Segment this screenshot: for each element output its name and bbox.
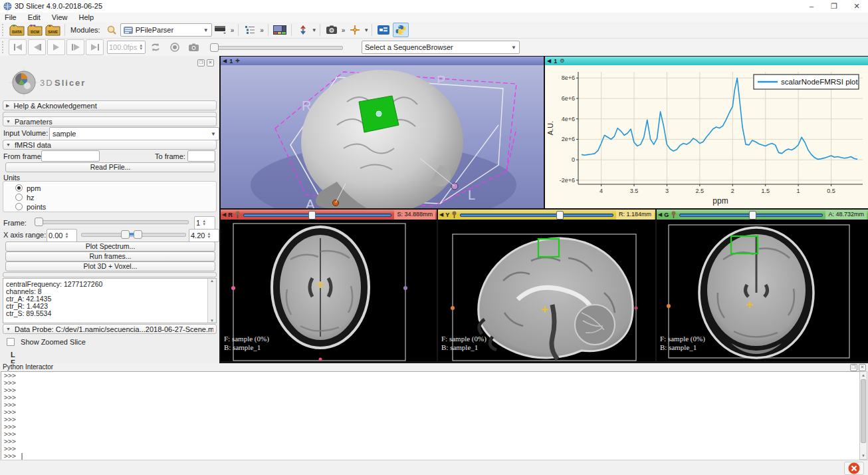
plot-3d-voxel-button[interactable]: Plot 3D + Voxel... (5, 261, 215, 271)
from-frame-input[interactable] (41, 150, 100, 162)
toolbar-overflow[interactable]: » (342, 27, 346, 34)
menu-file[interactable]: File (0, 13, 21, 22)
extensions-manager-button[interactable] (376, 23, 391, 37)
python-interactor-header[interactable]: Python Interactor ❐ ✕ (0, 363, 868, 371)
crosshair-icon[interactable]: ✚ (235, 58, 240, 64)
radio-ppm-icon[interactable] (15, 184, 23, 192)
close-button[interactable]: ✕ (845, 0, 868, 13)
pin-icon[interactable]: ⚙ (560, 58, 564, 64)
mouse-mode-button[interactable] (295, 23, 311, 37)
radio-points-icon[interactable] (15, 203, 23, 210)
spin-arrows-icon[interactable]: ▲▼ (139, 44, 143, 51)
xaxis-max-spinbox[interactable]: 4.20 ▲▼ (189, 229, 219, 242)
scroll-up-icon[interactable]: ▲ (860, 372, 867, 379)
load-dicom-button[interactable]: DCM (27, 23, 43, 37)
play-button[interactable] (47, 39, 65, 55)
layout-selector-button[interactable] (272, 23, 288, 37)
textarea-scrollbar[interactable]: ▲ ▼ (207, 279, 216, 323)
slice-viewport-red[interactable]: F: sample (0%)B: sample_1 (221, 220, 437, 361)
spin-arrows-icon[interactable]: ▲▼ (64, 232, 68, 239)
collapse-arrow-icon[interactable]: ◀ (547, 58, 551, 64)
sequence-slider-handle[interactable] (210, 43, 219, 52)
slice-offset-slider[interactable] (243, 212, 392, 218)
range-min-handle[interactable] (121, 230, 130, 239)
first-frame-button[interactable] (9, 39, 27, 55)
error-log-button[interactable] (844, 462, 864, 475)
toolbar-grip[interactable] (2, 24, 6, 36)
input-volume-combobox[interactable]: sample ▼ (49, 127, 219, 140)
scroll-up-icon[interactable]: ▲ (208, 279, 216, 283)
plot-spectrum-button[interactable]: Plot Spectrum... (5, 241, 215, 251)
module-search-icon[interactable] (104, 23, 120, 37)
scroll-down-icon[interactable]: ▼ (208, 319, 216, 323)
show-zoomed-slice-checkbox[interactable]: Show Zoomed Slice (7, 338, 86, 346)
range-max-handle[interactable] (134, 230, 142, 239)
chevron-down-icon[interactable]: ▼ (312, 27, 317, 33)
module-selector-combobox[interactable]: PFileParser ▼ (120, 23, 212, 37)
read-pfile-button[interactable]: Read PFile... (5, 162, 215, 172)
radio-ppm[interactable]: ppm (3, 182, 216, 192)
fps-spinbox[interactable]: 100.0fps ▲▼ (107, 41, 146, 54)
pin-icon[interactable] (451, 211, 457, 218)
metadata-textarea[interactable]: centralFrequency: 1277127260channels: 8c… (3, 278, 217, 323)
restore-button[interactable]: ❐ (823, 0, 845, 13)
help-acknowledgement-section[interactable]: ▶ Help & Acknowledgement (3, 100, 217, 110)
title-bar[interactable]: 3D Slicer 4.9.0-2018-06-25 – ❐ ✕ (0, 0, 868, 13)
threed-view[interactable]: ◀ 1 ✚ (221, 57, 544, 208)
save-button[interactable]: SAVE (45, 23, 61, 37)
loop-button[interactable] (146, 39, 164, 55)
slice-bar-green[interactable]: ◀ G A: 48.732mm (657, 210, 868, 220)
collapse-arrow-icon[interactable]: ◀ (223, 58, 227, 64)
python-console[interactable]: >>>>>>>>>>>>>>>>>>>>>>>>>>>>>>>>>>>> | (1, 371, 861, 461)
menu-help[interactable]: Help (74, 13, 99, 22)
crosshair-button[interactable] (347, 23, 363, 37)
plot-view-header[interactable]: ◀ 1 ⚙ (545, 57, 868, 65)
slice-label[interactable]: G (662, 212, 671, 218)
slice-viewport-yellow[interactable]: F: sample (0%)B: sample_1 (438, 220, 655, 361)
toolbar-overflow[interactable]: » (231, 27, 235, 34)
toolbar-overflow[interactable]: » (260, 27, 264, 34)
frame-slider[interactable] (35, 218, 189, 226)
load-data-button[interactable]: DATA (9, 23, 25, 37)
record-button[interactable] (165, 39, 183, 55)
frame-slider-handle[interactable] (35, 218, 43, 226)
toolbar-grip[interactable] (2, 41, 6, 53)
xaxis-range-slider[interactable] (81, 230, 186, 238)
screenshot-button[interactable] (324, 23, 340, 37)
checkbox-icon[interactable] (7, 338, 15, 346)
snapshot-button[interactable] (185, 39, 203, 55)
slice-offset-slider[interactable] (460, 212, 613, 218)
to-frame-input[interactable] (187, 150, 215, 162)
pin-icon[interactable] (671, 211, 677, 218)
slice-bar-red[interactable]: ◀ R S: 34.888mm (221, 210, 437, 220)
panel-close-icon[interactable]: ✕ (207, 59, 214, 67)
spin-arrows-icon[interactable]: ▲▼ (207, 232, 211, 239)
frame-spinbox[interactable]: 1 ▲▼ (194, 216, 215, 230)
scroll-down-icon[interactable]: ▼ (860, 452, 867, 459)
previous-frame-button[interactable] (28, 39, 46, 55)
python-interactor-toggle-button[interactable] (393, 23, 409, 37)
last-frame-button[interactable] (86, 39, 104, 55)
next-frame-button[interactable] (66, 39, 84, 55)
slice-offset-slider[interactable] (679, 212, 823, 218)
menu-view[interactable]: View (47, 13, 72, 22)
plot-view[interactable]: ◀ 1 ⚙ -2e+602e+64e+66e+68e+643.532.521.5… (545, 57, 868, 208)
threed-view-header[interactable]: ◀ 1 ✚ (221, 57, 544, 65)
minimize-button[interactable]: – (800, 0, 823, 13)
panel-float-icon[interactable]: ❐ (197, 59, 205, 67)
data-probe-section[interactable]: ▼ Data Probe: C:/dev/1.namic/secuencia..… (3, 324, 217, 334)
slice-label[interactable]: R (226, 212, 235, 218)
slice-bar-yellow[interactable]: ◀ Y R: 1.184mm (438, 210, 655, 220)
parameters-section[interactable]: ▼ Parameters (3, 116, 217, 126)
slice-viewport-green[interactable]: F: sample (0%)B: sample_1 (657, 220, 868, 361)
chevron-down-icon[interactable]: ▼ (364, 27, 369, 33)
fmrsi-data-section[interactable]: ▼ fMRSI data (3, 140, 217, 150)
slice-label[interactable]: Y (443, 212, 451, 218)
module-history-button[interactable] (213, 23, 229, 37)
radio-hz-icon[interactable] (15, 194, 23, 201)
panel-close-icon[interactable]: ✕ (859, 364, 866, 371)
spin-arrows-icon[interactable]: ▲▼ (202, 220, 206, 226)
pin-icon[interactable] (235, 211, 241, 218)
radio-hz[interactable]: hz (3, 192, 216, 202)
menu-edit[interactable]: Edit (23, 13, 45, 22)
